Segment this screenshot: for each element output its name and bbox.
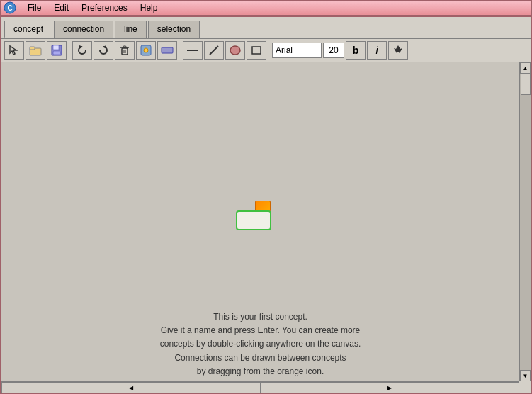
scroll-track-v[interactable] — [520, 74, 531, 370]
svg-rect-10 — [122, 48, 128, 55]
tab-connection[interactable]: connection — [54, 21, 113, 38]
svg-rect-7 — [53, 51, 60, 55]
select-shape-button[interactable] — [136, 41, 156, 60]
italic-button[interactable]: i — [367, 41, 387, 60]
font-name-input[interactable] — [272, 43, 322, 58]
instruction-line-3: concepts by double-clicking anywhere on … — [1, 337, 519, 351]
svg-rect-4 — [30, 47, 35, 50]
bold-button[interactable]: b — [346, 41, 366, 60]
tab-selection[interactable]: selection — [148, 21, 200, 38]
svg-rect-12 — [123, 46, 126, 47]
instruction-line-4: Connections can be drawn between concept… — [1, 351, 519, 365]
pointer-tool-button[interactable] — [4, 41, 24, 60]
diag-line-tool-button[interactable] — [204, 41, 224, 60]
main-window: concept connection line selection — [0, 16, 532, 394]
title-bar: C File Edit Preferences Help — [0, 0, 532, 16]
svg-rect-21 — [252, 47, 261, 54]
hline-tool-button[interactable] — [183, 41, 203, 60]
font-size-input[interactable] — [323, 43, 344, 58]
undo-button[interactable] — [72, 41, 92, 60]
menu-preferences[interactable]: Preferences — [76, 1, 133, 14]
instruction-line-1: This is your first concept. — [1, 310, 519, 324]
block-tool-button[interactable] — [157, 41, 177, 60]
svg-point-20 — [230, 46, 240, 55]
menu-edit[interactable]: Edit — [48, 1, 74, 14]
concept-icon — [235, 201, 272, 230]
svg-text:C: C — [7, 4, 12, 12]
scroll-down-button[interactable]: ▼ — [520, 370, 531, 381]
ellipse-tool-button[interactable] — [225, 41, 245, 60]
redo-button[interactable] — [94, 41, 113, 60]
rect-tool-button[interactable] — [247, 41, 266, 60]
svg-marker-2 — [10, 46, 16, 55]
stamp-button[interactable] — [388, 41, 408, 60]
tab-line[interactable]: line — [115, 21, 147, 38]
menu-file[interactable]: File — [22, 1, 47, 14]
save-button[interactable] — [47, 41, 67, 60]
canvas-container: This is your first concept. Give it a na… — [1, 62, 531, 393]
scroll-right-button[interactable]: ▶ — [261, 382, 520, 393]
svg-marker-9 — [103, 45, 106, 49]
scrollbar-vertical[interactable]: ▲ ▼ — [519, 62, 531, 381]
instruction-line-5: by dragging from the orange icon. — [1, 365, 519, 378]
menu-help[interactable]: Help — [135, 1, 164, 14]
instruction-text: This is your first concept. Give it a na… — [1, 310, 519, 378]
toolbar: b i — [1, 39, 531, 62]
canvas-area[interactable]: This is your first concept. Give it a na… — [1, 62, 519, 381]
scroll-left-button[interactable]: ◀ — [1, 382, 261, 393]
concept-body — [236, 210, 271, 230]
app-logo: C — [4, 1, 16, 14]
concept-node[interactable] — [235, 201, 272, 230]
scrollbar-horizontal[interactable]: ◀ ▶ — [1, 381, 519, 393]
scrollbar-corner — [519, 381, 531, 393]
instruction-line-2: Give it a name and press Enter. You can … — [1, 324, 519, 337]
svg-marker-8 — [79, 45, 83, 49]
svg-rect-6 — [53, 45, 59, 50]
svg-point-16 — [144, 48, 148, 52]
scroll-up-button[interactable]: ▲ — [520, 62, 531, 74]
tab-concept[interactable]: concept — [4, 21, 52, 38]
scroll-thumb-v[interactable] — [521, 74, 531, 95]
open-button[interactable] — [26, 41, 45, 60]
menu-bar: File Edit Preferences Help — [22, 1, 163, 14]
svg-line-19 — [210, 46, 218, 55]
svg-rect-17 — [162, 47, 173, 53]
delete-button[interactable] — [115, 41, 135, 60]
tab-bar: concept connection line selection — [1, 17, 531, 39]
